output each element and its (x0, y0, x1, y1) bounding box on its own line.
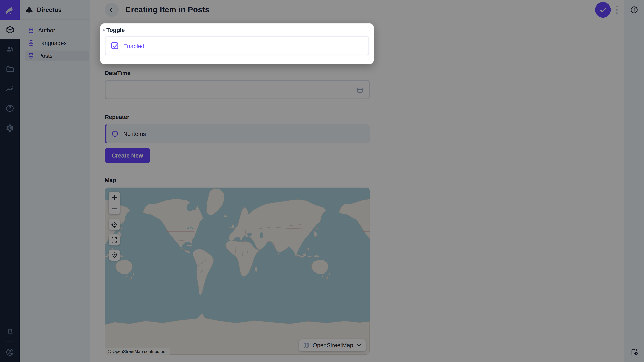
edited-indicator-dot (103, 29, 105, 31)
check-icon (112, 43, 117, 48)
field-label: Toggle (106, 27, 125, 33)
directus-app: Directus Author Languages Posts (0, 0, 644, 362)
toggle-value-label: Enabled (123, 42, 144, 49)
toggle-checkbox[interactable] (111, 42, 118, 49)
toggle-field-card: Toggle Enabled (100, 23, 374, 64)
toggle-input: Enabled (105, 36, 369, 55)
